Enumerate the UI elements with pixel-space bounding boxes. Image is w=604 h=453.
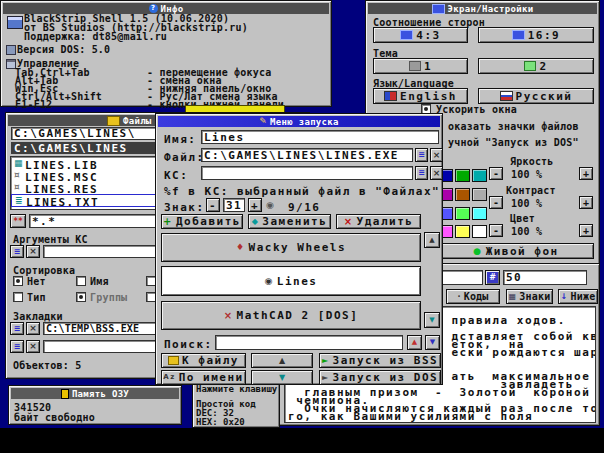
color-swatch[interactable] [455,188,470,201]
to-file-button[interactable]: К файлу [161,353,246,368]
aspect-43-button[interactable]: 4:3 [373,27,468,43]
color-swatch[interactable] [472,169,487,182]
x-icon: × [29,324,37,333]
sort-groups-checkbox[interactable] [76,292,86,302]
diamond-icon: ◆ [252,218,260,226]
viewer-goto-button[interactable]: # [485,270,500,285]
screen-titlebar[interactable]: Экран/Настройки [368,3,597,14]
move-up-button[interactable]: ▲ [251,353,313,368]
theme-2-button[interactable]: 2 [478,58,594,74]
live-background-button[interactable]: ●Живой фон [438,243,594,259]
viewer-size-input[interactable]: 50 [503,270,587,285]
replace-button[interactable]: ◆Заменить [248,214,331,229]
info-window: ? Инфо BlackStrip Shell 1.5 (10.06.2020)… [0,0,332,107]
color-minus-button[interactable]: - [489,224,503,237]
menu-lines-icon: ≡ [418,169,425,177]
brightness-plus-button[interactable]: + [579,167,593,180]
menu-lines-icon: ≡ [14,343,21,351]
filter-button[interactable]: ** [10,214,26,228]
app-support: Поддержка: dt85@mail.ru [24,31,167,42]
launch-menu-window: ✎ Меню запуска Имя: Lines Файл: C:\GAMES… [155,113,443,385]
manual-dos-launch-label: учной "Запуск из DOS" [448,137,579,148]
aspect-169-button[interactable]: 16:9 [478,27,594,43]
bookmark1-clear-button[interactable]: × [26,322,40,335]
bookmark2-menu-button[interactable]: ≡ [10,340,24,353]
run-from-dos-button[interactable]: ►Запуск из DOS [319,370,441,385]
file-clear-button[interactable]: × [430,148,443,162]
color-swatch[interactable] [455,169,470,182]
item-icon: ♦ [236,243,246,252]
objects-count: Объектов: 5 [13,360,81,371]
color-swatch[interactable] [472,207,487,220]
name-input[interactable]: Lines [201,130,439,144]
icon-number-input[interactable]: 31 [223,198,245,212]
memory-titlebar[interactable]: Память ОЗУ [11,388,179,399]
menu-lines-icon: ≡ [418,151,425,159]
search-prev-button[interactable]: ▲ [407,335,422,350]
brightness-minus-button[interactable]: - [489,167,503,180]
bookmark2-clear-button[interactable]: × [26,340,40,353]
contrast-plus-button[interactable]: + [579,196,593,209]
play-icon: ► [322,357,330,365]
ks-menu-button[interactable]: ≡ [415,166,428,180]
russian-flag-icon [500,91,513,101]
icon-plus-button[interactable]: + [248,198,262,212]
sort-type-label: Тип [27,292,46,303]
folder-icon [107,116,120,126]
ks-input[interactable] [201,166,413,180]
show-file-icons-label: оказать значки файлов [448,121,579,132]
delete-button[interactable]: ×Удалить [336,214,421,229]
viewer-codes-button[interactable]: ·Коды [446,289,500,304]
lang-russian-button[interactable]: Русский [478,88,594,104]
args-menu-button[interactable]: ≡ [10,245,24,258]
file-menu-button[interactable]: ≡ [415,148,428,162]
search-next-button[interactable]: ▼ [425,335,440,350]
launch-menu-titlebar[interactable]: ✎ Меню запуска [158,116,440,127]
x-icon: × [433,169,441,178]
resource-file-icon: ¤ [14,183,20,192]
add-button[interactable]: +Добавить [161,214,243,229]
icon-label: Знак: [164,201,205,214]
keypress-title: Нажмите клавишу [196,384,277,394]
az-sort-icon: Az [163,374,176,381]
run-from-bss-button[interactable]: ►Запуск из BSS [319,353,441,368]
sort-none-checkbox[interactable] [13,276,23,286]
keypress-hex: HEX: 0x20 [196,417,245,427]
icon-minus-button[interactable]: - [206,198,220,212]
lib-file-icon: ▦ [14,159,23,168]
taskbar: ? ✎ ✳ ❄ ℧ ↪ Лат 88824 [0,428,604,453]
move-down-button[interactable]: ▼ [251,370,313,385]
search-label: Поиск: [164,338,213,351]
text-file-icon: ≣ [15,196,23,205]
lang-english-button[interactable]: English [373,88,468,104]
scroll-down-button[interactable]: ▼ [424,312,440,328]
args-clear-button[interactable]: × [26,245,40,258]
sort-type-checkbox[interactable] [13,292,23,302]
color-swatch[interactable] [472,188,487,201]
scroll-up-button[interactable]: ▲ [424,232,440,248]
viewer-lower-button[interactable]: ↓Ниже [558,289,598,304]
bookmark1-menu-button[interactable]: ≡ [10,322,24,335]
dos-icon [6,45,16,55]
by-name-button[interactable]: AzПо имени [161,370,246,385]
sort-name-checkbox[interactable] [76,276,86,286]
ks-clear-button[interactable]: × [430,166,443,180]
color-plus-button[interactable]: + [579,224,593,237]
viewer-signs-button[interactable]: ▦Знаки [506,289,553,304]
menu-item-lines-selected[interactable]: ◉Lines [161,266,421,296]
pencil-icon: ✎ [259,117,267,126]
fast-windows-label: Ускорить окна [436,104,517,115]
color-swatch[interactable] [472,225,487,238]
color-swatch[interactable] [455,225,470,238]
menu-item-wacky-wheels[interactable]: ♦Wacky Wheels [161,233,421,262]
file-input[interactable]: C:\GAMES\LINES\LINES.EXE [201,148,413,162]
color-swatch[interactable] [455,207,470,220]
menu-item-mathcad[interactable]: ×MathCAD 2 [DOS] [161,301,421,330]
search-input[interactable] [215,335,403,350]
screen-title: Экран/Настройки [448,4,534,14]
theme-1-button[interactable]: 1 [373,58,468,74]
contrast-minus-button[interactable]: - [489,196,503,209]
brightness-value: 100 % [511,169,542,180]
english-flag-icon [384,91,397,101]
color-label: Цвет [510,213,535,224]
